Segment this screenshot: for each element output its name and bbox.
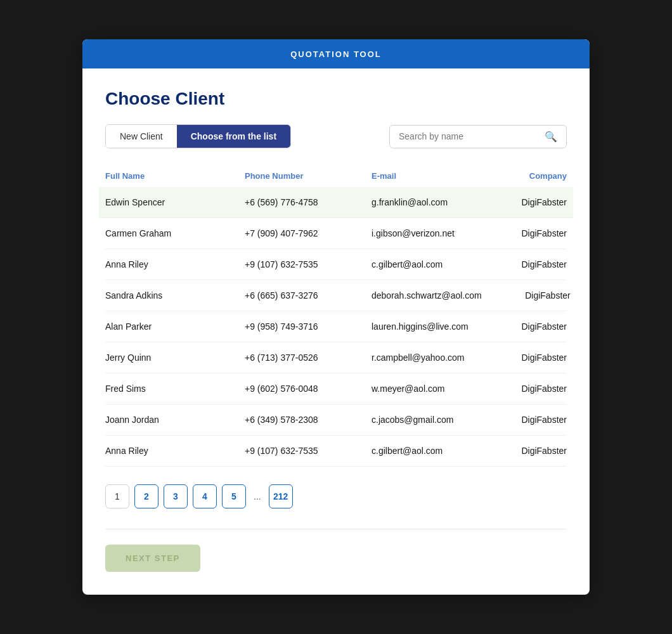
page-btn-3[interactable]: 3	[164, 484, 188, 508]
cell-company: DigiFabster	[478, 228, 567, 238]
cell-phone: +6 (349) 578-2308	[245, 415, 372, 425]
cell-phone: +9 (107) 632-7535	[245, 259, 372, 269]
cell-phone: +6 (713) 377-0526	[245, 353, 372, 363]
cell-email: c.gilbert@aol.com	[372, 446, 478, 456]
tab-choose-from-list[interactable]: Choose from the list	[177, 125, 290, 148]
cell-company: DigiFabster	[478, 446, 567, 456]
col-company: Company	[478, 171, 567, 181]
cell-email: c.jacobs@gmail.com	[372, 415, 478, 425]
table-row[interactable]: Sandra Adkins +6 (665) 637-3276 deborah.…	[105, 280, 567, 311]
cell-company: DigiFabster	[478, 259, 567, 269]
table-body: Edwin Spencer +6 (569) 776-4758 g.frankl…	[105, 187, 567, 467]
cell-email: deborah.schwartz@aol.com	[372, 290, 482, 301]
cell-email: lauren.higgins@live.com	[372, 321, 478, 332]
pagination: 1 2 3 4 5 ... 212	[105, 484, 567, 508]
cell-company: DigiFabster	[478, 415, 567, 425]
table-row[interactable]: Joann Jordan +6 (349) 578-2308 c.jacobs@…	[105, 404, 567, 436]
cell-name: Anna Riley	[105, 259, 245, 269]
table-row[interactable]: Anna Riley +9 (107) 632-7535 c.gilbert@a…	[105, 436, 567, 467]
cell-company: DigiFabster	[478, 353, 567, 363]
table-row[interactable]: Fred Sims +9 (602) 576-0048 w.meyer@aol.…	[105, 373, 567, 404]
cell-phone: +7 (909) 407-7962	[245, 228, 372, 238]
cell-phone: +9 (602) 576-0048	[245, 384, 372, 394]
cell-name: Jerry Quinn	[105, 353, 245, 363]
search-box: 🔍	[389, 125, 567, 148]
cell-phone: +9 (107) 632-7535	[245, 446, 372, 456]
cell-name: Carmen Graham	[105, 228, 245, 238]
cell-phone: +6 (665) 637-3276	[245, 290, 372, 301]
cell-email: w.meyer@aol.com	[372, 384, 478, 394]
page-btn-4[interactable]: 4	[193, 484, 217, 508]
search-input[interactable]	[399, 131, 545, 141]
col-email: E-mail	[372, 171, 478, 181]
table-row[interactable]: Carmen Graham +7 (909) 407-7962 i.gibson…	[105, 218, 567, 249]
page-btn-last[interactable]: 212	[269, 484, 293, 508]
cell-name: Anna Riley	[105, 446, 245, 456]
cell-company: DigiFabster	[478, 321, 567, 332]
table-row[interactable]: Anna Riley +9 (107) 632-7535 c.gilbert@a…	[105, 249, 567, 280]
cell-name: Edwin Spencer	[105, 197, 245, 207]
search-icon: 🔍	[545, 131, 557, 143]
app-title: QUOTATION TOOL	[290, 49, 382, 59]
app-window: QUOTATION TOOL Choose Client New Client …	[82, 39, 590, 595]
table-container: Full Name Phone Number E-mail Company Ed…	[105, 166, 567, 467]
cell-email: g.franklin@aol.com	[372, 197, 478, 207]
next-step-button[interactable]: NEXT STEP	[105, 545, 200, 572]
cell-email: r.campbell@yahoo.com	[372, 353, 478, 363]
tab-new-client[interactable]: New Client	[106, 125, 177, 148]
cell-email: i.gibson@verizon.net	[372, 228, 478, 238]
cell-name: Sandra Adkins	[105, 290, 245, 301]
cell-name: Joann Jordan	[105, 415, 245, 425]
app-body: Choose Client New Client Choose from the…	[82, 68, 590, 595]
cell-name: Fred Sims	[105, 384, 245, 394]
cell-name: Alan Parker	[105, 321, 245, 332]
app-header: QUOTATION TOOL	[82, 39, 590, 68]
cell-company: DigiFabster	[478, 384, 567, 394]
table-header: Full Name Phone Number E-mail Company	[105, 166, 567, 187]
table-row[interactable]: Jerry Quinn +6 (713) 377-0526 r.campbell…	[105, 342, 567, 373]
controls-row: New Client Choose from the list 🔍	[105, 124, 567, 148]
cell-company: DigiFabster	[482, 290, 571, 301]
page-btn-1[interactable]: 1	[105, 484, 129, 508]
page-btn-2[interactable]: 2	[134, 484, 158, 508]
page-btn-5[interactable]: 5	[222, 484, 246, 508]
footer-bar: NEXT STEP	[105, 529, 567, 572]
cell-company: DigiFabster	[478, 197, 567, 207]
table-row[interactable]: Alan Parker +9 (958) 749-3716 lauren.hig…	[105, 311, 567, 342]
cell-phone: +6 (569) 776-4758	[245, 197, 372, 207]
page-title: Choose Client	[105, 89, 567, 109]
col-phone: Phone Number	[245, 171, 372, 181]
page-dots: ...	[251, 491, 264, 501]
tab-group: New Client Choose from the list	[105, 124, 291, 148]
cell-phone: +9 (958) 749-3716	[245, 321, 372, 332]
col-fullname: Full Name	[105, 171, 245, 181]
cell-email: c.gilbert@aol.com	[372, 259, 478, 269]
table-row[interactable]: Edwin Spencer +6 (569) 776-4758 g.frankl…	[99, 187, 573, 218]
